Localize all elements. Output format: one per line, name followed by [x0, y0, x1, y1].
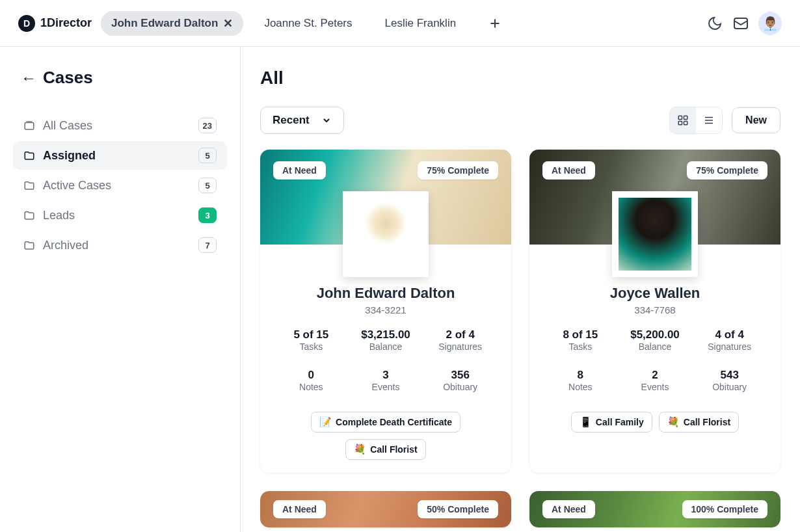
sidebar-item-archived[interactable]: Archived 7 [13, 231, 227, 259]
app-header: D 1Director John Edward Dalton ✕ Joanne … [0, 0, 800, 47]
stat-label: Notes [276, 382, 347, 392]
sidebar-item-label: Assigned [43, 149, 96, 163]
tab-item[interactable]: Leslie Franklin [373, 12, 468, 35]
status-badge: At Need [542, 161, 595, 180]
stat-label: Tasks [545, 341, 616, 352]
page-title: All [260, 68, 780, 88]
progress-badge: 50% Complete [418, 500, 498, 518]
sidebar-count: 7 [198, 237, 217, 253]
svg-rect-2 [734, 18, 747, 29]
sort-label: Recent [273, 114, 310, 127]
case-card[interactable]: At Need 100% Complete [529, 491, 780, 527]
card-banner: At Need 100% Complete [529, 491, 780, 527]
bouquet-icon: 💐 [354, 444, 366, 455]
plus-icon [488, 17, 501, 30]
sidebar-title[interactable]: ← Cases [21, 68, 227, 88]
folder-icon [23, 239, 35, 251]
stat-value: 8 [545, 369, 616, 382]
sidebar-item-active-cases[interactable]: Active Cases 5 [13, 171, 227, 200]
stat-label: Balance [620, 341, 691, 352]
back-arrow-icon[interactable]: ← [21, 69, 36, 87]
moon-icon [707, 16, 723, 31]
stat-label: Signatures [425, 341, 496, 352]
stat-value: 3 [351, 369, 421, 382]
stat-value: $3,215.00 [351, 328, 421, 341]
stat-value: 5 of 15 [276, 328, 347, 341]
case-card[interactable]: At Need 75% Complete Joyce Wallen 334-77… [529, 150, 780, 473]
sidebar: ← Cases All Cases 23 Assigned 5 Active C… [0, 47, 241, 532]
mail-icon [733, 16, 749, 31]
user-avatar[interactable]: 👨🏽‍💼 [758, 12, 782, 35]
card-actions: 📱Call Family 💐Call Florist [545, 412, 765, 432]
action-label: Call Florist [684, 417, 730, 427]
card-actions: 📝Complete Death Certificate 💐Call Floris… [276, 412, 496, 460]
stat-value: 543 [694, 369, 765, 382]
action-call-florist[interactable]: 💐Call Florist [345, 439, 425, 460]
status-badge: At Need [542, 500, 595, 518]
folder-icon [23, 150, 35, 161]
sidebar-count: 3 [198, 207, 217, 223]
action-complete-death-cert[interactable]: 📝Complete Death Certificate [311, 412, 460, 432]
new-button[interactable]: New [732, 107, 780, 133]
status-badge: At Need [273, 500, 326, 518]
stat-value: 4 of 4 [694, 328, 765, 341]
action-label: Call Florist [370, 444, 417, 455]
stat-label: Notes [545, 382, 616, 392]
phone-icon: 📱 [580, 416, 592, 428]
case-name: Joyce Wallen [545, 285, 765, 302]
svg-rect-3 [25, 123, 34, 130]
view-toggle [669, 107, 723, 134]
sidebar-item-label: Leads [43, 209, 75, 222]
action-call-family[interactable]: 📱Call Family [571, 412, 652, 432]
stat-label: Tasks [276, 341, 347, 352]
close-icon[interactable]: ✕ [223, 16, 233, 31]
stat-value: $5,200.00 [620, 328, 691, 341]
card-banner: At Need 75% Complete [260, 150, 511, 245]
stat-label: Obituary [694, 382, 765, 392]
toolbar: Recent New [260, 107, 780, 134]
list-icon [703, 114, 715, 126]
sidebar-count: 5 [198, 178, 217, 193]
case-card[interactable]: At Need 50% Complete [260, 491, 511, 527]
stat-label: Obituary [425, 382, 496, 392]
tab-item[interactable]: Joanne St. Peters [252, 12, 364, 35]
sort-dropdown[interactable]: Recent [260, 107, 344, 134]
card-banner: At Need 75% Complete [529, 150, 780, 245]
progress-badge: 100% Complete [682, 500, 767, 518]
memo-icon: 📝 [319, 416, 332, 428]
tab-label: John Edward Dalton [111, 17, 218, 30]
sidebar-item-all-cases[interactable]: All Cases 23 [13, 111, 227, 140]
action-call-florist[interactable]: 💐Call Florist [659, 412, 739, 432]
stat-value: 356 [425, 369, 496, 382]
stat-label: Signatures [694, 341, 765, 352]
svg-rect-5 [684, 116, 687, 119]
list-view-button[interactable] [696, 107, 722, 133]
svg-rect-6 [678, 122, 682, 125]
stat-label: Balance [351, 341, 421, 352]
case-card[interactable]: At Need 75% Complete John Edward Dalton … [260, 150, 511, 473]
folder-icon [23, 120, 35, 131]
sidebar-item-assigned[interactable]: Assigned 5 [13, 141, 227, 170]
new-tab-button[interactable] [477, 17, 513, 30]
messages-button[interactable] [732, 15, 749, 32]
app-logo[interactable]: D 1Director [18, 15, 92, 32]
bouquet-icon: 💐 [667, 416, 680, 428]
case-phone: 334-3221 [276, 304, 496, 315]
grid-view-button[interactable] [670, 107, 696, 133]
progress-badge: 75% Complete [418, 161, 498, 180]
sidebar-item-leads[interactable]: Leads 3 [13, 201, 227, 230]
svg-rect-7 [684, 122, 687, 125]
stat-value: 2 [620, 369, 691, 382]
stat-label: Events [351, 382, 421, 392]
stat-value: 8 of 15 [545, 328, 616, 341]
app-name: 1Director [40, 16, 92, 30]
stat-label: Events [620, 382, 691, 392]
theme-toggle[interactable] [706, 15, 723, 32]
case-avatar [612, 191, 698, 277]
action-label: Complete Death Certificate [336, 417, 452, 427]
stat-value: 2 of 4 [425, 328, 496, 341]
case-name: John Edward Dalton [276, 285, 496, 302]
main-content: All Recent New At Need 75 [241, 47, 800, 532]
tab-active[interactable]: John Edward Dalton ✕ [101, 11, 243, 36]
stats-grid: 5 of 15Tasks $3,215.00Balance 2 of 4Sign… [276, 328, 496, 403]
